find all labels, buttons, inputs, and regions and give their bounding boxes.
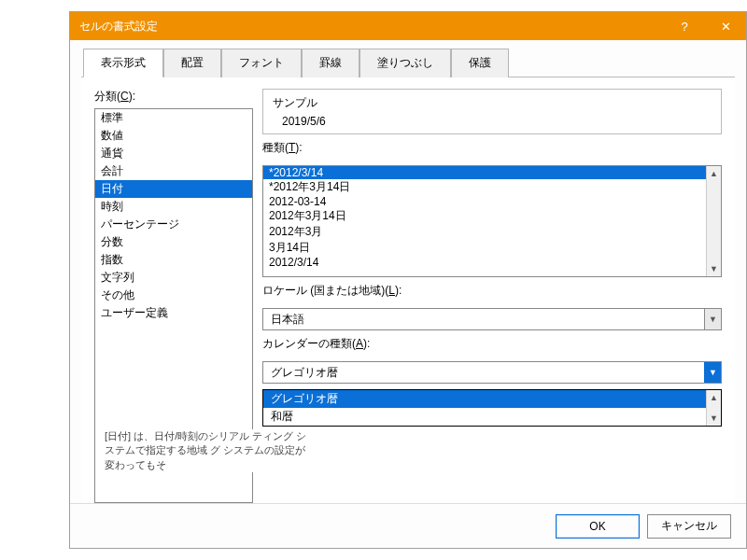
category-item[interactable]: その他 [95, 287, 252, 304]
category-item[interactable]: 数値 [95, 127, 252, 145]
sample-box: サンプル 2019/5/6 [262, 89, 722, 134]
category-item[interactable]: 指数 [95, 251, 252, 269]
tab-fill[interactable]: 塗りつぶし [359, 49, 451, 77]
scroll-up-icon[interactable]: ▲ [707, 166, 721, 181]
type-label: 種類(T): [262, 140, 722, 156]
category-item[interactable]: 時刻 [95, 198, 252, 216]
dialog-buttons: OK キャンセル [70, 503, 746, 548]
type-list-scrollbar[interactable]: ▲ ▼ [706, 166, 721, 276]
titlebar: セルの書式設定 ? ✕ [70, 12, 746, 40]
close-button[interactable]: ✕ [705, 12, 746, 40]
sample-value: 2019/5/6 [273, 115, 712, 128]
tab-border[interactable]: 罫線 [302, 49, 359, 77]
type-list[interactable]: *2012/3/14 *2012年3月14日 2012-03-14 2012年3… [262, 165, 722, 277]
calendar-dropdown[interactable]: グレゴリオ暦 和暦 ▲ ▼ [262, 389, 722, 427]
locale-value: 日本語 [263, 312, 704, 328]
sample-title: サンプル [273, 95, 712, 111]
scroll-down-icon[interactable]: ▼ [707, 411, 721, 426]
calendar-option[interactable]: 和暦 [263, 408, 706, 426]
calendar-dropdown-scrollbar[interactable]: ▲ ▼ [706, 390, 721, 426]
tab-font[interactable]: フォント [221, 49, 302, 77]
type-item[interactable]: 2012/3/14 [263, 256, 706, 269]
type-item-selected[interactable]: *2012/3/14 [263, 166, 706, 179]
category-label: 分類(C): [94, 89, 253, 105]
scroll-track[interactable] [707, 181, 721, 261]
calendar-option-selected[interactable]: グレゴリオ暦 [263, 390, 706, 408]
category-item-selected[interactable]: 日付 [95, 180, 252, 198]
type-item[interactable]: 2012-03-14 [263, 195, 706, 208]
window-title: セルの書式設定 [79, 19, 158, 35]
locale-combo[interactable]: 日本語 ▼ [262, 308, 722, 330]
type-item[interactable]: 3月14日 [263, 240, 706, 256]
help-button[interactable]: ? [664, 12, 705, 40]
category-item[interactable]: 会計 [95, 162, 252, 180]
settings-column: サンプル 2019/5/6 種類(T): *2012/3/14 *2012年3月… [262, 89, 722, 503]
scroll-down-icon[interactable]: ▼ [707, 261, 721, 276]
category-item[interactable]: パーセンテージ [95, 216, 252, 233]
category-item[interactable]: 分数 [95, 233, 252, 251]
ok-button[interactable]: OK [556, 514, 640, 539]
scroll-up-icon[interactable]: ▲ [707, 390, 721, 405]
description-text: [日付] は、日付/時刻のシリアル ティング システムで指定する地域 グ システ… [105, 429, 310, 472]
calendar-value: グレゴリオ暦 [263, 365, 704, 381]
tabs: 表示形式 配置 フォント 罫線 塗りつぶし 保護 [83, 48, 735, 77]
tab-protection[interactable]: 保護 [451, 49, 509, 77]
tab-alignment[interactable]: 配置 [163, 49, 221, 77]
category-item[interactable]: ユーザー定義 [95, 304, 252, 322]
calendar-label: カレンダーの種類(A): [262, 336, 722, 352]
type-item[interactable]: 2012年3月 [263, 224, 706, 240]
calendar-combo[interactable]: グレゴリオ暦 ▼ [262, 361, 722, 384]
category-item[interactable]: 標準 [95, 109, 252, 127]
chevron-down-icon[interactable]: ▼ [704, 362, 721, 383]
category-item[interactable]: 通貨 [95, 145, 252, 162]
chevron-down-icon[interactable]: ▼ [704, 309, 721, 329]
type-item[interactable]: 2012年3月14日 [263, 208, 706, 224]
locale-label: ロケール (国または地域)(L): [262, 283, 722, 299]
type-item[interactable]: *2012年3月14日 [263, 179, 706, 195]
tab-number-format[interactable]: 表示形式 [83, 49, 163, 77]
category-item[interactable]: 文字列 [95, 269, 252, 287]
cancel-button[interactable]: キャンセル [647, 514, 731, 539]
